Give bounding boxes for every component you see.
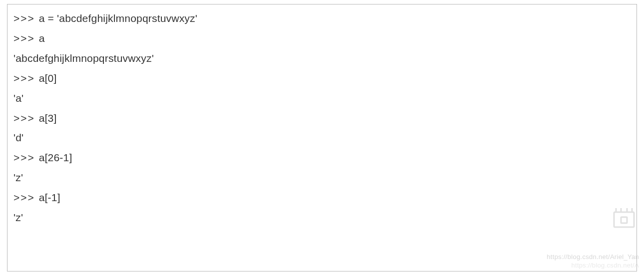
watermark-text: https://blog.csdn.net/Ariel_Yan https://… [547, 253, 639, 270]
watermark-url-2: https://blog.csdn.net/A [547, 262, 639, 270]
svg-rect-0 [614, 212, 634, 227]
code-text: 'z' [13, 212, 23, 223]
code-text: a = 'abcdefghijklmnopqrstuvwxyz' [39, 12, 197, 24]
code-line: 'a' [13, 88, 631, 108]
repl-prompt: >>> [13, 12, 39, 24]
code-line: 'z' [13, 208, 631, 228]
watermark-castle-icon [611, 203, 637, 229]
code-text: a[3] [39, 112, 57, 124]
repl-prompt: >>> [13, 192, 39, 203]
code-text: a[-1] [39, 192, 60, 203]
code-line: 'z' [13, 168, 631, 188]
code-block: >>> a = 'abcdefghijklmnopqrstuvwxyz' >>>… [7, 4, 637, 272]
repl-prompt: >>> [13, 152, 39, 163]
code-line: >>> a[3] [13, 108, 631, 128]
repl-prompt: >>> [13, 72, 39, 84]
code-text: 'abcdefghijklmnopqrstuvwxyz' [13, 52, 154, 64]
code-text: a[26-1] [39, 152, 72, 163]
code-text: a [39, 32, 45, 44]
code-line: >>> a [13, 28, 631, 48]
repl-prompt: >>> [13, 32, 39, 44]
code-text: 'd' [13, 132, 23, 143]
code-text: 'a' [13, 92, 23, 104]
code-line: >>> a[-1] [13, 188, 631, 208]
code-text: 'z' [13, 172, 23, 183]
code-line: >>> a[26-1] [13, 148, 631, 168]
code-line: 'abcdefghijklmnopqrstuvwxyz' [13, 48, 631, 68]
code-line: >>> a[0] [13, 68, 631, 88]
repl-prompt: >>> [13, 112, 39, 124]
code-text: a[0] [39, 72, 57, 84]
svg-rect-5 [621, 217, 627, 223]
code-line: >>> a = 'abcdefghijklmnopqrstuvwxyz' [13, 8, 631, 28]
watermark-url-1: https://blog.csdn.net/Ariel_Yan [547, 253, 639, 262]
code-line: 'd' [13, 128, 631, 148]
